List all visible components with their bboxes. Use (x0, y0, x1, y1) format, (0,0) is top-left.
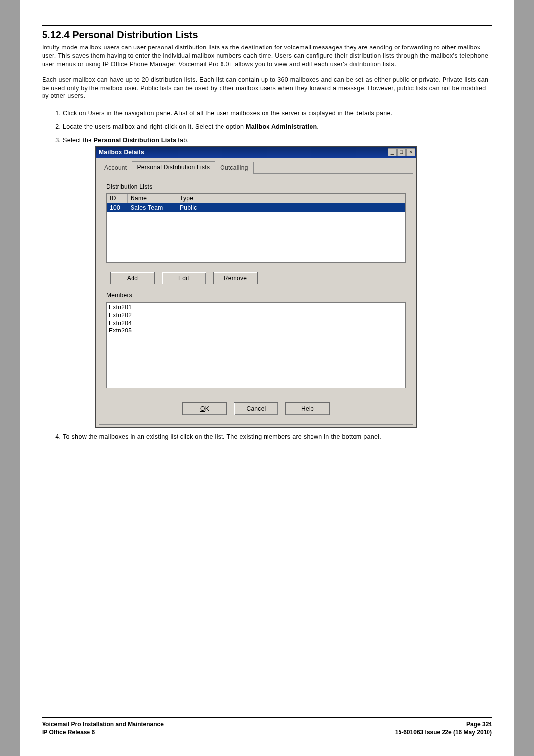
list-item[interactable]: Extn201 (109, 304, 403, 312)
vertical-spacer (42, 446, 492, 716)
list-item[interactable]: Extn204 (109, 320, 403, 328)
section-title-text: Personal Distribution Lists (72, 29, 198, 40)
steps-list: Click on Users in the navigation pane. A… (42, 109, 492, 446)
step-3-suffix: tab. (177, 137, 189, 143)
tab-outcalling[interactable]: Outcalling (215, 162, 253, 174)
dialog-title: Mailbox Details (99, 148, 144, 156)
list-item[interactable]: Extn202 (109, 312, 403, 320)
cancel-button[interactable]: Cancel (234, 402, 278, 415)
members-label: Members (106, 291, 406, 299)
window-controls: _ □ × (388, 148, 415, 156)
dialog-titlebar[interactable]: Mailbox Details _ □ × (96, 147, 416, 158)
section-number: 5.12.4 (42, 29, 70, 40)
step-2: Locate the users mailbox and right-click… (63, 123, 492, 131)
footer-issue: 15-601063 Issue 22e (16 May 2010) (395, 728, 492, 736)
dialog-screenshot: Mailbox Details _ □ × Account Personal D… (95, 146, 492, 428)
mailbox-details-dialog: Mailbox Details _ □ × Account Personal D… (95, 146, 417, 428)
step-2-prefix: Locate the users mailbox and right-click… (63, 123, 246, 130)
section-heading: 5.12.4 Personal Distribution Lists (42, 29, 492, 41)
tab-account[interactable]: Account (99, 162, 132, 174)
list-item[interactable]: Extn205 (109, 327, 403, 335)
intro-paragraph-2: Each user mailbox can have up to 20 dist… (42, 76, 492, 101)
table-row[interactable]: 100 Sales Team Public (107, 203, 405, 212)
distribution-lists-label: Distribution Lists (106, 183, 406, 190)
help-button[interactable]: Help (285, 402, 330, 415)
step-1: Click on Users in the navigation pane. A… (63, 109, 492, 118)
col-id[interactable]: ID (107, 194, 128, 203)
dialog-bottom-buttons: OK Cancel Help (106, 402, 406, 415)
members-list[interactable]: Extn201 Extn202 Extn204 Extn205 (106, 302, 406, 388)
close-icon[interactable]: × (406, 148, 415, 156)
minimize-icon[interactable]: _ (388, 148, 397, 156)
tab-personal-distribution-lists[interactable]: Personal Distribution Lists (132, 161, 215, 174)
cell-name: Sales Team (128, 204, 177, 212)
remove-button[interactable]: Remove (213, 272, 258, 284)
step-3-prefix: Select the (63, 137, 93, 143)
distribution-lists-table[interactable]: ID Name Type 100 Sales Team Public (106, 193, 406, 263)
col-type[interactable]: Type (177, 194, 405, 203)
ok-underline: O (200, 405, 205, 413)
footer-page-number: Page 324 (395, 720, 492, 728)
step-4: To show the mailboxes in an existing lis… (63, 433, 492, 441)
table-header: ID Name Type (107, 194, 405, 203)
tab-panel: Distribution Lists ID Name Type 100 Sale… (99, 173, 413, 425)
col-name-text: Name (131, 195, 147, 202)
ok-rest: K (205, 405, 209, 413)
list-buttons: Add Edit Remove (110, 272, 406, 284)
ok-button[interactable]: OK (182, 402, 227, 415)
edit-button[interactable]: Edit (162, 272, 206, 284)
intro-paragraph-1: Intuity mode mailbox users can user pers… (42, 44, 492, 69)
footer-doc-title: Voicemail Pro Installation and Maintenan… (42, 720, 164, 728)
cell-id: 100 (107, 204, 128, 212)
tab-strip: Account Personal Distribution Lists Outc… (96, 158, 416, 173)
footer-rule (42, 717, 492, 718)
step-2-bold: Mailbox Administration (246, 123, 317, 130)
footer-right: Page 324 15-601063 Issue 22e (16 May 201… (395, 720, 492, 736)
cell-type: Public (177, 204, 405, 212)
step-2-suffix: . (317, 123, 319, 130)
top-rule (42, 25, 492, 26)
step-3-bold: Personal Distribution Lists (93, 137, 176, 143)
page-footer: Voicemail Pro Installation and Maintenan… (42, 720, 492, 736)
maximize-icon[interactable]: □ (397, 148, 406, 156)
col-name[interactable]: Name (128, 194, 177, 203)
footer-release: IP Office Release 6 (42, 728, 164, 736)
step-3: Select the Personal Distribution Lists t… (63, 136, 492, 428)
document-page: 5.12.4 Personal Distribution Lists Intui… (20, 0, 514, 756)
add-button[interactable]: Add (110, 272, 155, 284)
footer-left: Voicemail Pro Installation and Maintenan… (42, 720, 164, 736)
